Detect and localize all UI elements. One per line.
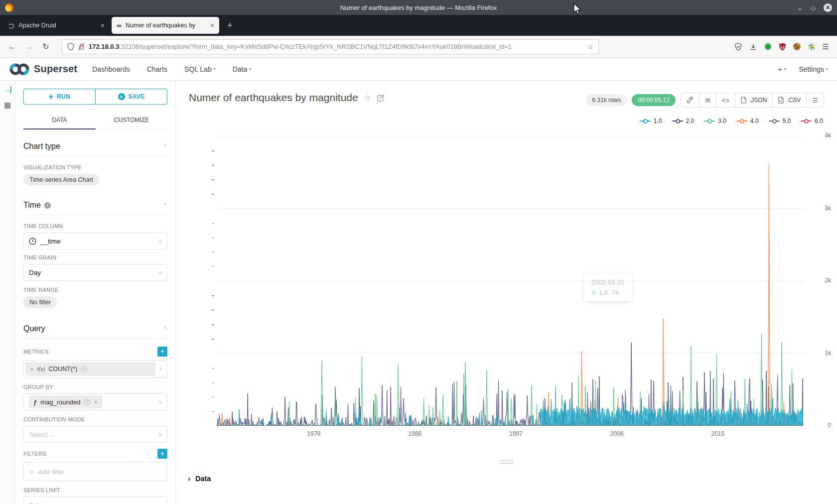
- back-button[interactable]: ←: [5, 42, 19, 51]
- tooltip-date: 2002-03-21: [591, 278, 625, 286]
- tab-customize[interactable]: CUSTOMIZE: [96, 111, 168, 129]
- x-axis-tick-label: 1979: [301, 430, 326, 437]
- superset-favicon-icon: ∞: [117, 22, 122, 29]
- tab-earthquakes-active[interactable]: ∞ Numer of earthquakes by ×: [112, 17, 219, 34]
- chevron-right-icon: ›: [188, 474, 190, 483]
- bookmark-star-icon[interactable]: ☆: [587, 43, 593, 51]
- y-axis-minor-tick: [212, 295, 214, 296]
- series-limit-label: SERIES LIMIT: [23, 487, 167, 493]
- forward-button[interactable]: →: [22, 42, 36, 51]
- add-filter-plus-button[interactable]: +: [157, 449, 167, 459]
- control-panel: RUN + SAVE DATA CUSTOMIZE Chart type ⌃ V…: [15, 81, 176, 504]
- expand-datasource-icon[interactable]: →: [3, 87, 11, 93]
- time-range-value[interactable]: No filter: [23, 296, 57, 308]
- x-axis-tick-label: 1997: [503, 430, 528, 437]
- download-icon[interactable]: [749, 43, 757, 51]
- tracking-shield-icon[interactable]: [67, 43, 74, 51]
- superset-brand[interactable]: Superset: [9, 63, 77, 76]
- y-axis-minor-tick: [212, 223, 214, 224]
- section-query[interactable]: Query ⌃: [23, 324, 167, 339]
- remove-group-by-icon[interactable]: ×: [94, 398, 98, 406]
- chevron-up-icon: ⌃: [163, 326, 167, 331]
- tab-label: Apache Druid: [18, 22, 97, 29]
- y-axis-tick-label: 1k: [801, 350, 831, 357]
- settings-menu[interactable]: Settings▾: [799, 65, 828, 73]
- y-axis-minor-tick: [212, 252, 214, 253]
- metric-name: COUNT(*): [48, 366, 77, 373]
- nav-item-charts[interactable]: Charts: [147, 65, 167, 73]
- add-metric-button[interactable]: +: [157, 347, 167, 357]
- url-bar[interactable]: 172.18.0.3:32108/superset/explore/?form_…: [62, 39, 599, 54]
- x-axis-tick-label: 1988: [403, 430, 427, 437]
- cookie-extension-icon[interactable]: [793, 43, 801, 50]
- tab-close-icon[interactable]: ×: [210, 21, 214, 29]
- fx-icon: f(x): [37, 366, 45, 372]
- extension-green-icon[interactable]: [764, 43, 772, 50]
- y-axis-minor-tick: [212, 150, 214, 151]
- shield-check-icon[interactable]: [734, 43, 742, 51]
- filters-label: FILTERS +: [23, 449, 167, 459]
- chart-panel: Numer of earthquakes by magnitude ☆ 6.31…: [176, 81, 837, 504]
- data-section-toggle[interactable]: › Data: [188, 474, 211, 483]
- y-axis-tick-label: 4k: [801, 132, 831, 139]
- add-new-button[interactable]: +▾: [778, 65, 786, 73]
- y-axis-tick-label: 2k: [801, 277, 831, 284]
- tab-close-icon[interactable]: ×: [101, 21, 105, 29]
- y-axis-tick-label: 0: [801, 422, 831, 429]
- window-title: Numer of earthquakes by magnitude — Mozi…: [0, 4, 837, 11]
- group-by-value: mag_rounded: [40, 398, 80, 406]
- section-chart-type[interactable]: Chart type ⌃: [23, 142, 167, 156]
- chevron-down-icon: ▾: [784, 67, 786, 71]
- chart-tooltip: 2002-03-21 1.0: 74: [584, 274, 632, 301]
- window-maximize-button[interactable]: ◇: [811, 4, 816, 11]
- url-host: 172.18.0.3: [89, 43, 119, 50]
- series-limit-select[interactable]: Select ... ∨: [23, 497, 167, 504]
- metric-chip-count[interactable]: × f(x) COUNT(*) ?: [25, 362, 155, 376]
- browser-tab-bar: Apache Druid × ∞ Numer of earthquakes by…: [0, 15, 837, 36]
- plus-icon: +: [30, 468, 34, 476]
- nav-item-data[interactable]: Data▾: [233, 65, 252, 73]
- nav-item-sql-lab[interactable]: SQL Lab▾: [184, 65, 216, 73]
- metrics-label: METRICS +: [23, 347, 167, 357]
- time-column-select[interactable]: __time ∨: [23, 233, 167, 250]
- browser-menu-icon[interactable]: ☰: [823, 42, 829, 51]
- save-button[interactable]: + SAVE: [95, 89, 167, 105]
- y-axis-minor-tick: [212, 238, 214, 239]
- nav-item-dashboards[interactable]: Dashboards: [92, 65, 130, 73]
- window-minimize-button[interactable]: ⌄: [797, 4, 803, 11]
- reload-button[interactable]: ↻: [39, 42, 53, 51]
- new-tab-button[interactable]: +: [221, 20, 239, 31]
- y-axis-minor-tick: [212, 411, 214, 412]
- group-by-chip[interactable]: ƒ mag_rounded ? ×: [29, 395, 102, 408]
- chevron-right-icon[interactable]: ›: [155, 366, 165, 373]
- viz-type-value[interactable]: Time-series Area Chart: [23, 174, 99, 186]
- chevron-down-icon: ▾: [826, 67, 828, 71]
- browser-toolbar: ← → ↻ 172.18.0.3:32108/superset/explore/…: [0, 36, 837, 58]
- window-close-button[interactable]: ✕: [824, 3, 832, 12]
- tab-apache-druid[interactable]: Apache Druid ×: [2, 17, 110, 34]
- ublock-shield-icon[interactable]: [779, 43, 786, 51]
- brand-name: Superset: [34, 63, 77, 75]
- druid-favicon-icon: [7, 22, 14, 29]
- section-time[interactable]: Time i ⌃: [23, 201, 167, 215]
- data-section-label: Data: [195, 475, 211, 483]
- dataset-grid-icon[interactable]: ▦: [4, 101, 11, 109]
- y-axis-minor-tick: [212, 368, 214, 369]
- chevron-down-icon: ▾: [249, 67, 251, 71]
- chart-plot-svg: [216, 136, 803, 426]
- clock-icon: [29, 238, 36, 245]
- add-filter-dropzone[interactable]: + Add filter: [23, 462, 167, 481]
- insecure-lock-icon[interactable]: [78, 43, 85, 50]
- results-drag-handle[interactable]: [500, 460, 514, 465]
- chevron-up-icon: ⌃: [163, 203, 167, 208]
- remove-metric-icon[interactable]: ×: [30, 366, 34, 373]
- colorful-asterisk-extension-icon[interactable]: [808, 43, 816, 51]
- group-by-select[interactable]: ƒ mag_rounded ? × ∨: [23, 393, 167, 410]
- tab-data[interactable]: DATA: [23, 111, 96, 129]
- time-range-label: TIME RANGE: [23, 287, 167, 293]
- chart-plot-area[interactable]: 01k2k3k4k 19791988199720062015 2002-03-2…: [176, 81, 837, 504]
- contribution-mode-select[interactable]: Select ... ∨: [23, 426, 167, 443]
- run-button[interactable]: RUN: [23, 89, 95, 105]
- tab-label: Numer of earthquakes by: [126, 22, 206, 29]
- time-grain-select[interactable]: Day ∨: [23, 264, 167, 281]
